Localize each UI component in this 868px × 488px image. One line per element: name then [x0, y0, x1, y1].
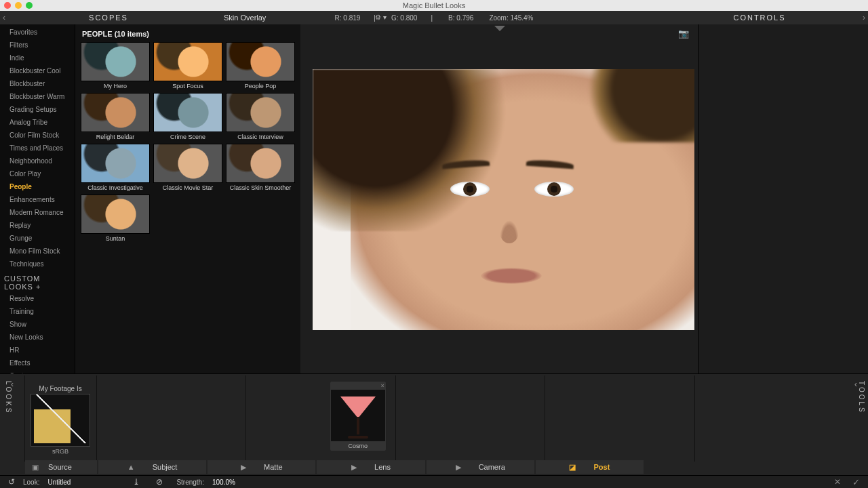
presets-title: PEOPLE (10 items) [82, 30, 295, 38]
preset-relight-beldar[interactable]: Relight Beldar [81, 93, 150, 140]
category-sidebar: FavoritesFiltersIndieBlockbuster CoolBlo… [0, 24, 75, 373]
preset-thumb [153, 93, 222, 132]
preset-label: Classic Skin Smoother [226, 184, 295, 191]
custom-looks-header: CUSTOM LOOKS+ [0, 270, 75, 292]
preset-classic-movie-star[interactable]: Classic Movie Star [153, 144, 222, 191]
stage-slot-post[interactable] [694, 375, 844, 462]
category-times-and-places[interactable]: Times and Places [0, 142, 75, 155]
preset-classic-investigative[interactable]: Classic Investigative [81, 144, 150, 191]
preset-label: People Pop [226, 83, 295, 89]
stage-subject[interactable]: ▲Subject [98, 460, 206, 474]
custom-category-training[interactable]: Training [0, 305, 75, 318]
viewer-split-handle[interactable] [494, 26, 505, 31]
custom-category-effects[interactable]: Effects [0, 357, 75, 369]
preset-thumb [81, 144, 150, 183]
subject-icon: ▲ [127, 463, 135, 471]
main-area: FavoritesFiltersIndieBlockbuster CoolBlo… [0, 24, 868, 373]
stage-post[interactable]: ◪Post [536, 460, 644, 474]
stage-slot-subject[interactable] [96, 375, 245, 462]
category-grading-setups[interactable]: Grading Setups [0, 103, 75, 116]
tool-cosmo[interactable]: × Cosmo [330, 381, 387, 451]
preset-suntan[interactable]: Suntan [81, 195, 150, 242]
reset-icon[interactable]: ↺ [8, 477, 15, 487]
preset-label: Suntan [81, 235, 150, 242]
category-modern-romance[interactable]: Modern Romance [0, 206, 75, 219]
strength-value[interactable]: 100.0% [212, 479, 235, 486]
post-icon: ◪ [569, 463, 576, 472]
category-blockbuster[interactable]: Blockbuster [0, 77, 75, 90]
remove-tool-icon[interactable]: × [381, 382, 384, 389]
category-enhancements[interactable]: Enhancements [0, 193, 75, 206]
category-color-film-stock[interactable]: Color Film Stock [0, 129, 75, 142]
preset-thumb [226, 42, 295, 81]
category-techniques[interactable]: Techniques [0, 258, 75, 270]
gear-icon[interactable]: ⚙ ▾ [375, 14, 387, 21]
preset-my-hero[interactable]: My Hero [81, 42, 150, 89]
preset-thumb [81, 195, 150, 234]
preset-classic-interview[interactable]: Classic Interview [226, 93, 295, 140]
footage-title: My Footage Is [31, 385, 90, 392]
preset-people-pop[interactable]: People Pop [226, 42, 295, 89]
preset-label: My Hero [81, 83, 150, 89]
footage-profile-box[interactable]: My Footage Is sRGB [31, 385, 90, 455]
cancel-icon[interactable]: ✕ [834, 477, 841, 487]
preset-spot-focus[interactable]: Spot Focus [153, 42, 222, 89]
category-people[interactable]: People [0, 180, 75, 193]
add-custom-icon[interactable]: + [36, 283, 41, 291]
category-blockbuster-warm[interactable]: Blockbuster Warm [0, 90, 75, 103]
look-label: Look: [23, 479, 39, 486]
category-color-play[interactable]: Color Play [0, 167, 75, 180]
stage-source[interactable]: ▣Source [25, 460, 97, 474]
category-grunge[interactable]: Grunge [0, 232, 75, 245]
readout-r: R: 0.819 [335, 14, 361, 22]
viewer-panel: 📷 [300, 24, 698, 373]
category-favorites[interactable]: Favorites [0, 26, 75, 39]
save-look-icon[interactable]: ⤓ [133, 477, 140, 487]
category-replay[interactable]: Replay [0, 219, 75, 232]
controls-header: CONTROLS [651, 14, 868, 22]
stage-camera[interactable]: ▶Camera [427, 460, 534, 474]
status-bar: ↺ Look: Untitled ⤓ ⊘ Strength: 100.0% ✕ … [0, 475, 868, 488]
lens-icon: ▶ [351, 463, 357, 472]
tools-drawer-chevron[interactable]: ‹ [854, 380, 857, 389]
stage-matte[interactable]: ▶Matte [208, 460, 315, 474]
footage-label: sRGB [31, 448, 90, 455]
looks-drawer-chevron[interactable]: ‹ [11, 380, 14, 389]
stage-lens[interactable]: ▶Lens [317, 460, 425, 474]
tool-label: Cosmo [330, 443, 386, 449]
matte-icon: ▶ [241, 463, 246, 472]
preset-crime-scene[interactable]: Crime Scene [153, 93, 222, 140]
presets-panel: PEOPLE (10 items) My HeroSpot FocusPeopl… [75, 24, 300, 373]
scopes-collapse-chevron[interactable]: ‹ [3, 13, 5, 22]
snapshot-icon[interactable]: 📷 [678, 28, 689, 39]
tools-drawer-tab[interactable]: TOOLS [856, 381, 865, 414]
disable-icon[interactable]: ⊘ [156, 477, 163, 487]
category-blockbuster-cool[interactable]: Blockbuster Cool [0, 64, 75, 77]
preset-classic-skin-smoother[interactable]: Classic Skin Smoother [226, 144, 295, 191]
category-neighborhood[interactable]: Neighborhood [0, 155, 75, 167]
preset-label: Classic Investigative [81, 184, 150, 191]
preset-thumb [226, 93, 295, 132]
source-icon: ▣ [32, 463, 39, 472]
accept-icon[interactable]: ✓ [852, 477, 860, 487]
custom-category-hr[interactable]: HR [0, 344, 75, 357]
category-filters[interactable]: Filters [0, 39, 75, 52]
controls-collapse-chevron[interactable]: › [863, 13, 865, 22]
controls-panel [698, 24, 868, 373]
stage-slot-camera[interactable] [545, 375, 694, 462]
preview-image[interactable] [313, 69, 694, 330]
preset-thumb [81, 42, 150, 81]
preset-label: Classic Movie Star [153, 184, 222, 191]
stage-slot-lens[interactable]: × Cosmo [395, 375, 545, 462]
top-bar: ‹ SCOPES Skin Overlay ⚙ ▾ R: 0.819| G: 0… [0, 11, 868, 24]
custom-category-resolve[interactable]: Resolve [0, 292, 75, 305]
look-title: Skin Overlay [224, 14, 266, 22]
custom-category-show[interactable]: Show [0, 318, 75, 331]
look-name[interactable]: Untitled [47, 479, 71, 486]
custom-category-new-looks[interactable]: New Looks [0, 331, 75, 344]
preset-thumb [81, 93, 150, 132]
category-indie[interactable]: Indie [0, 52, 75, 64]
category-mono-film-stock[interactable]: Mono Film Stock [0, 245, 75, 258]
category-analog-tribe[interactable]: Analog Tribe [0, 116, 75, 129]
readout-g: G: 0.800 [391, 14, 417, 22]
